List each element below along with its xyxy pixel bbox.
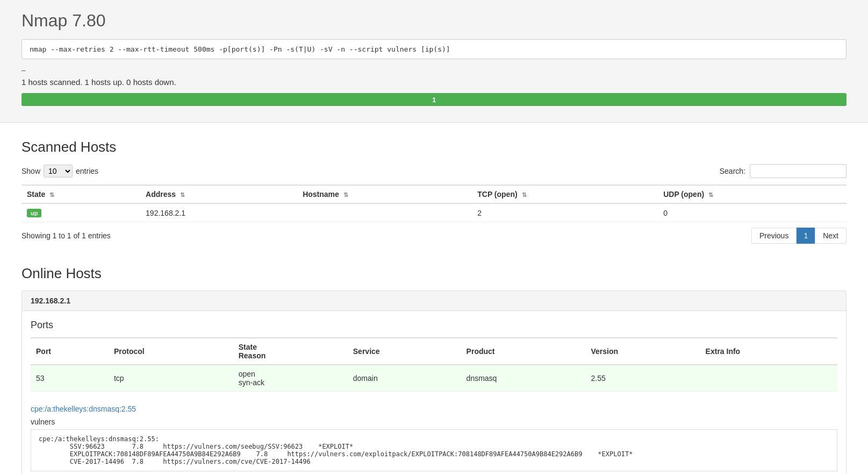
col-version: Version	[585, 338, 700, 365]
col-service: Service	[348, 338, 461, 365]
cell-service: domain	[348, 365, 461, 392]
show-entries-control: Show 10 25 50 100 entries	[21, 165, 98, 178]
command-display: nmap --max-retries 2 --max-rtt-timeout 5…	[21, 39, 847, 59]
sort-icon-tcp: ⇅	[522, 192, 527, 199]
col-tcp-open: TCP (open) ⇅	[472, 185, 658, 203]
col-udp-open: UDP (open) ⇅	[658, 185, 847, 203]
sort-icon-state: ⇅	[49, 192, 54, 199]
col-hostname: Hostname ⇅	[297, 185, 472, 203]
col-protocol: Protocol	[109, 338, 233, 365]
previous-button[interactable]: Previous	[751, 228, 797, 244]
host-block-header: 192.168.2.1	[22, 291, 846, 311]
scan-summary: 1 hosts scanned. 1 hosts up. 0 hosts dow…	[21, 77, 847, 87]
col-product: Product	[461, 338, 586, 365]
current-page[interactable]: 1	[797, 228, 815, 244]
col-port: Port	[31, 338, 109, 365]
ports-table: Port Protocol StateReason Service Produc…	[31, 337, 837, 392]
sort-icon-hostname: ⇅	[343, 192, 348, 199]
cell-address: 192.168.2.1	[140, 203, 297, 222]
scanned-hosts-table: State ⇅ Address ⇅ Hostname ⇅ TCP (open) …	[21, 185, 847, 222]
sort-icon-udp: ⇅	[708, 192, 713, 199]
entries-select[interactable]: 10 25 50 100	[44, 165, 73, 178]
status-badge: up	[27, 209, 41, 217]
table-row: up 192.168.2.1 2 0	[21, 203, 847, 222]
online-hosts-section: Online Hosts 192.168.2.1 Ports Port Prot…	[21, 265, 847, 474]
dash-line: –	[21, 66, 847, 74]
pagination: Previous 1 Next	[751, 228, 847, 244]
table-controls: Show 10 25 50 100 entries Search:	[21, 164, 847, 178]
port-row: 53 tcp opensyn-ack domain dnsmasq 2.55	[31, 365, 837, 392]
show-label: Show	[21, 167, 40, 175]
progress-bar-container: 1	[21, 93, 847, 106]
sort-icon-address: ⇅	[180, 192, 185, 199]
vulners-output: cpe:/a:thekelleys:dnsmasq:2.55: SSV:9662…	[31, 429, 837, 471]
showing-text: Showing 1 to 1 of 1 entries	[21, 231, 111, 240]
vulners-label: vulners	[22, 415, 846, 429]
cell-extra-info	[700, 365, 837, 392]
col-extra-info: Extra Info	[700, 338, 837, 365]
progress-bar-fill: 1	[21, 93, 847, 106]
col-state-reason: StateReason	[233, 338, 348, 365]
col-address: Address ⇅	[140, 185, 297, 203]
search-input[interactable]	[750, 164, 847, 178]
scanned-hosts-section: Scanned Hosts Show 10 25 50 100 entries …	[21, 139, 847, 244]
table-footer: Showing 1 to 1 of 1 entries Previous 1 N…	[21, 228, 847, 244]
cell-tcp-open: 2	[472, 203, 658, 222]
col-state: State ⇅	[21, 185, 140, 203]
cpe-link[interactable]: cpe:/a:thekelleys:dnsmasq:2.55	[22, 400, 846, 415]
cell-protocol: tcp	[109, 365, 233, 392]
cell-udp-open: 0	[658, 203, 847, 222]
host-block: 192.168.2.1 Ports Port Protocol StateRea…	[21, 291, 847, 474]
page-title: Nmap 7.80	[21, 11, 847, 31]
cell-state-reason: opensyn-ack	[233, 365, 348, 392]
cell-product: dnsmasq	[461, 365, 586, 392]
cell-state: up	[21, 203, 140, 222]
ports-header-row: Port Protocol StateReason Service Produc…	[31, 338, 837, 365]
entries-label: entries	[76, 167, 98, 175]
online-hosts-title: Online Hosts	[21, 265, 847, 282]
cell-port: 53	[31, 365, 109, 392]
cell-version: 2.55	[585, 365, 700, 392]
search-control: Search:	[720, 164, 847, 178]
next-button[interactable]: Next	[815, 228, 847, 244]
top-section: Nmap 7.80 nmap --max-retries 2 --max-rtt…	[0, 0, 868, 123]
cell-hostname	[297, 203, 472, 222]
table-header-row: State ⇅ Address ⇅ Hostname ⇅ TCP (open) …	[21, 185, 847, 203]
scanned-hosts-title: Scanned Hosts	[21, 139, 847, 155]
main-content: Scanned Hosts Show 10 25 50 100 entries …	[0, 123, 868, 474]
search-label: Search:	[720, 167, 745, 175]
ports-section: Ports Port Protocol StateReason Service …	[22, 311, 846, 400]
ports-title: Ports	[31, 320, 837, 331]
